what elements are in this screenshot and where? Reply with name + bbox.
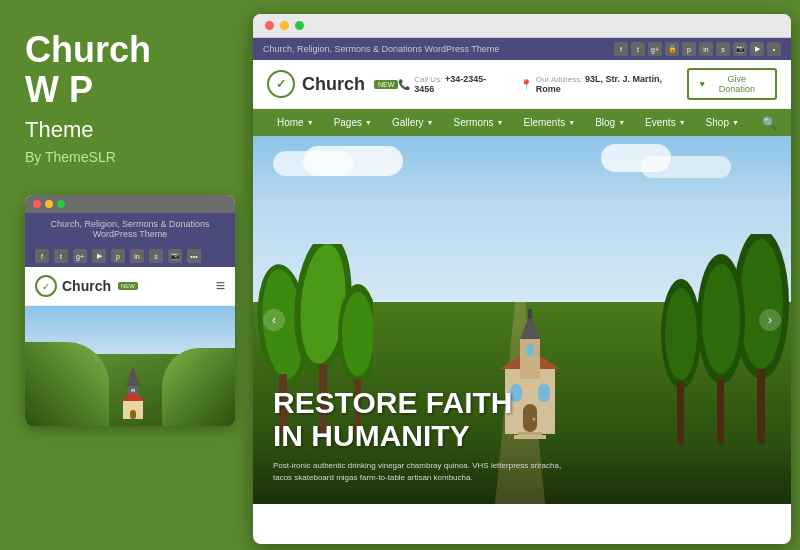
nav-shop[interactable]: Shop ▼ — [696, 109, 749, 136]
mobile-yt-icon: ▶ — [92, 249, 106, 263]
mobile-tree-right — [162, 348, 236, 426]
hero-title-line1: RESTORE FAITH — [273, 386, 771, 419]
nav-home-arrow: ▼ — [307, 119, 314, 126]
title-church: Church — [25, 29, 151, 70]
browser-window: Church, Religion, Sermons & Donations Wo… — [253, 14, 791, 544]
tw-icon[interactable]: t — [631, 42, 645, 56]
nav-sermons[interactable]: Sermons ▼ — [444, 109, 514, 136]
address-info: Our Address: 93L, Str. J. Martin, Rome — [536, 74, 688, 94]
address-contact: 📍 Our Address: 93L, Str. J. Martin, Rome — [520, 74, 688, 94]
svg-point-16 — [739, 239, 783, 369]
title-wp: W P — [25, 69, 93, 110]
left-panel: Church W P Theme By ThemeSLR Church, Rel… — [0, 0, 248, 550]
svg-marker-0 — [126, 366, 140, 386]
nav-home[interactable]: Home ▼ — [267, 109, 324, 136]
hero-subtitle: Post-ironic authentic drinking vinegar c… — [273, 460, 573, 484]
nav-items: Home ▼ Pages ▼ Gallery ▼ Sermons ▼ Eleme… — [267, 109, 749, 136]
mobile-logo-badge: NEW — [118, 282, 138, 290]
nav-gallery[interactable]: Gallery ▼ — [382, 109, 444, 136]
mobile-hamburger-icon[interactable]: ≡ — [216, 277, 225, 295]
mobile-dot-red — [33, 200, 41, 208]
svg-marker-4 — [121, 391, 145, 401]
mobile-logo-text: Church — [62, 278, 111, 294]
theme-subtitle: Theme — [25, 117, 223, 143]
svg-rect-29 — [526, 344, 534, 356]
nav-shop-arrow: ▼ — [732, 119, 739, 126]
heart-icon: ♥ — [699, 79, 704, 89]
cloud-2 — [303, 146, 403, 176]
hero-title: RESTORE FAITH IN HUMANITY — [273, 386, 771, 452]
nav-blog-arrow: ▼ — [618, 119, 625, 126]
mobile-utility-bar: Church, Religion, Sermons & Donations Wo… — [25, 213, 235, 245]
yt-icon[interactable]: ▶ — [750, 42, 764, 56]
site-header: ✓ Church NEW 📞 Call Us: +34-2345-3456 📍 … — [253, 60, 791, 109]
mobile-tree-left — [25, 342, 109, 426]
hero-overlay: RESTORE FAITH IN HUMANITY Post-ironic au… — [273, 386, 771, 484]
mobile-more-icon: ••• — [187, 249, 201, 263]
nav-elements[interactable]: Elements ▼ — [514, 109, 586, 136]
svg-rect-28 — [528, 309, 532, 319]
mobile-dot-yellow — [45, 200, 53, 208]
pin-icon[interactable]: p — [682, 42, 696, 56]
browser-chrome — [253, 14, 791, 38]
hero-section: ‹ › RESTORE FAITH IN HUMANITY Post-ironi… — [253, 136, 791, 504]
mobile-social-bar: f t g+ ▶ p in s 📷 ••• — [25, 245, 235, 267]
phone-contact: 📞 Call Us: +34-2345-3456 — [398, 74, 504, 94]
cloud-4 — [601, 144, 671, 172]
svg-point-19 — [702, 264, 740, 374]
location-icon: 📍 — [520, 79, 532, 90]
sk-icon[interactable]: s — [716, 42, 730, 56]
utility-bar-text: Church, Religion, Sermons & Donations Wo… — [263, 44, 499, 54]
logo-badge: NEW — [374, 80, 398, 89]
slider-prev-button[interactable]: ‹ — [263, 309, 285, 331]
mobile-church-svg — [118, 366, 148, 421]
donate-button[interactable]: ♥ Give Donation — [687, 68, 777, 100]
gp-icon[interactable]: g+ — [648, 42, 662, 56]
phone-label: Call Us: — [414, 75, 442, 84]
mobile-dot-green — [57, 200, 65, 208]
more-icon[interactable]: • — [767, 42, 781, 56]
header-contact: 📞 Call Us: +34-2345-3456 📍 Our Address: … — [398, 74, 687, 94]
logo-text: Church — [302, 74, 365, 95]
donate-label: Give Donation — [709, 74, 765, 94]
browser-dot-yellow — [280, 21, 289, 30]
nav-gallery-arrow: ▼ — [427, 119, 434, 126]
mobile-tw-icon: t — [54, 249, 68, 263]
theme-title: Church W P — [25, 30, 223, 109]
mobile-sk-icon: s — [149, 249, 163, 263]
mobile-pin-icon: p — [111, 249, 125, 263]
nav-events[interactable]: Events ▼ — [635, 109, 696, 136]
slider-next-button[interactable]: › — [759, 309, 781, 331]
mobile-li-icon: in — [130, 249, 144, 263]
fb-icon[interactable]: f — [614, 42, 628, 56]
ig-icon[interactable]: 📷 — [733, 42, 747, 56]
nav-sermons-arrow: ▼ — [497, 119, 504, 126]
nav-elements-arrow: ▼ — [568, 119, 575, 126]
mobile-logo-bar: ✓ Church NEW ≡ — [25, 267, 235, 306]
address-label: Our Address: — [536, 75, 583, 84]
mobile-fb-icon: f — [35, 249, 49, 263]
hero-title-line2: IN HUMANITY — [273, 419, 771, 452]
phone-info: Call Us: +34-2345-3456 — [414, 74, 504, 94]
mobile-gp-icon: g+ — [73, 249, 87, 263]
mobile-ig-icon: 📷 — [168, 249, 182, 263]
utility-bar: Church, Religion, Sermons & Donations Wo… — [253, 38, 791, 60]
mobile-top-bar — [25, 195, 235, 213]
mobile-utility-text: Church, Religion, Sermons & Donations Wo… — [50, 219, 209, 239]
theme-by: By ThemeSLR — [25, 149, 223, 165]
svg-point-22 — [665, 288, 697, 380]
nav-blog[interactable]: Blog ▼ — [585, 109, 635, 136]
mobile-logo: ✓ Church NEW — [35, 275, 138, 297]
lock-icon[interactable]: 🔒 — [665, 42, 679, 56]
logo-circle-icon: ✓ — [267, 70, 295, 98]
svg-point-13 — [342, 292, 373, 376]
mobile-hero-image — [25, 306, 235, 426]
nav-pages[interactable]: Pages ▼ — [324, 109, 382, 136]
browser-dot-red — [265, 21, 274, 30]
mobile-hero — [25, 306, 235, 426]
site-logo: ✓ Church NEW — [267, 70, 398, 98]
search-icon[interactable]: 🔍 — [762, 116, 777, 130]
nav-pages-arrow: ▼ — [365, 119, 372, 126]
li-icon[interactable]: in — [699, 42, 713, 56]
svg-rect-5 — [130, 410, 136, 419]
